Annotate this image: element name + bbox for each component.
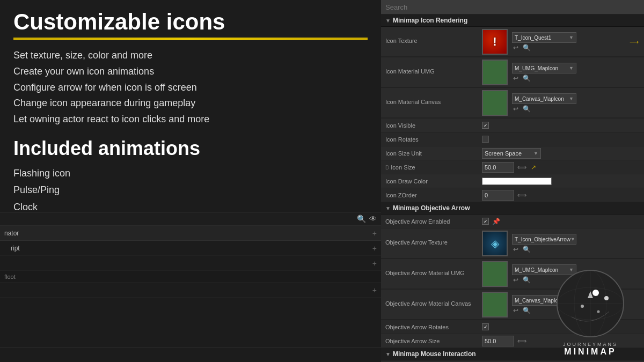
right-panel-wrapper: ▼ Minimap Icon Rendering Icon Texture ! … [381, 0, 644, 362]
prop-label-icon-texture: Icon Texture [385, 38, 482, 44]
dropdown-value: M_Canvas_MapIcon [515, 96, 564, 102]
prop-row-icon-size-unit: Icon Size Unit Screen Space ▼ [381, 146, 644, 160]
dropdown-value: Screen Space [485, 150, 522, 157]
dropdown-arrow-icon: ▼ [569, 65, 574, 71]
texture-preview-red[interactable]: ! [482, 29, 508, 55]
prop-value-arrow-material-umg: M_UMG_MapIcon ▼ ↩ 🔍 [482, 261, 640, 287]
dropdown-value: M_UMG_MapIcon [515, 65, 558, 71]
add-icon[interactable]: + [372, 286, 377, 294]
prop-label-icon-visible: Icon Visible [385, 122, 482, 129]
texture-preview-dark-2[interactable] [482, 90, 508, 116]
search-icon[interactable]: 🔍 [522, 75, 532, 82]
prop-label-icon-size-unit: Icon Size Unit [385, 150, 482, 157]
texture-preview-arrow[interactable]: ◈ [482, 231, 508, 256]
checkbox-icon-rotates[interactable] [482, 136, 489, 143]
tree-row[interactable]: + [0, 256, 381, 271]
prop-row-icon-material-umg: Icon Material UMG M_UMG_MapIcon ▼ ↩ 🔍 [381, 57, 644, 88]
arrow-texture-dropdown[interactable]: T_Icon_ObjectiveArrow ▼ [512, 234, 576, 245]
slider-icon[interactable]: ⟺ [516, 191, 528, 199]
prop-row-arrow-enabled: Objective Arrow Enabled ✓ 📌 [381, 215, 644, 228]
feature-list: Set texture, size, color and more Create… [13, 48, 368, 127]
pin-icon[interactable]: 📌 [491, 218, 501, 225]
checkbox-icon-visible[interactable]: ✓ [482, 122, 489, 129]
section-header-icon-rendering[interactable]: ▼ Minimap Icon Rendering [381, 14, 644, 27]
list-item: Configure arrow for when icon is off scr… [13, 80, 368, 96]
dropdown-arrow-icon: ▼ [569, 96, 574, 101]
prop-value-icon-size: 50.0 ⟺ ↗ [482, 162, 640, 173]
prop-label-arrow-material-umg: Objective Arrow Material UMG [385, 270, 482, 276]
main-title: Customizable icons [13, 10, 368, 34]
texture-dropdown[interactable]: T_Icon_Quest1 ▼ [512, 32, 576, 43]
reset-icon[interactable]: ↩ [512, 246, 519, 253]
arrow-size-input[interactable]: 50.0 [482, 336, 514, 346]
dropdown-arrow-icon: ▼ [569, 35, 574, 40]
search-input[interactable] [385, 3, 640, 11]
prop-value-icon-visible: ✓ [482, 122, 640, 129]
section-header-mouse-interaction[interactable]: ▼ Minimap Mouse Interaction [381, 348, 644, 360]
reset-icon[interactable]: ↩ [512, 44, 519, 51]
reset-icon[interactable]: ↩ [512, 105, 519, 113]
add-icon[interactable]: + [372, 244, 377, 253]
collapse-arrow-icon: ▼ [385, 205, 391, 211]
list-item: Let owning actor react to icon clicks an… [13, 112, 368, 128]
prop-row-icon-size: D Icon Size 50.0 ⟺ ↗ [381, 160, 644, 174]
list-item: Change icon appearance during gameplay [13, 95, 368, 112]
reset-icon[interactable]: ↩ [512, 75, 519, 82]
slider-icon[interactable]: ⟺ [516, 337, 528, 345]
prop-row-arrow-size: Objective Arrow Size 50.0 ⟺ [381, 334, 644, 348]
icon-size-input[interactable]: 50.0 [482, 162, 514, 173]
reset-icon[interactable]: ↩ [512, 307, 519, 314]
icon-size-unit-dropdown[interactable]: Screen Space ▼ [482, 148, 541, 159]
tree-row[interactable]: nator + [0, 226, 381, 241]
eye-icon[interactable]: 👁 [369, 215, 377, 223]
prop-value-icon-draw-color [482, 178, 640, 185]
checkbox-arrow-rotates[interactable]: ✓ [482, 323, 489, 330]
arrow-material-umg-dropdown[interactable]: M_UMG_MapIcon ▼ [512, 264, 576, 275]
search-icon[interactable]: 🔍 [522, 307, 532, 314]
section-title: Minimap Mouse Interaction [393, 350, 476, 358]
texture-preview-dark-4[interactable] [482, 292, 508, 317]
search-icon[interactable]: 🔍 [522, 276, 532, 284]
material-umg-dropdown[interactable]: M_UMG_MapIcon ▼ [512, 63, 576, 73]
prop-label-arrow-texture: Objective Arrow Texture [385, 239, 482, 246]
slider-icon[interactable]: ⟺ [516, 164, 528, 171]
prop-row-arrow-rotates: Objective Arrow Rotates ✓ [381, 320, 644, 334]
prop-label-arrow-size: Objective Arrow Size [385, 338, 482, 344]
search-icon[interactable]: 🔍 [522, 246, 532, 253]
arrow-icon: ◈ [491, 237, 499, 250]
right-panel: ▼ Minimap Icon Rendering Icon Texture ! … [381, 0, 644, 362]
prop-label-icon-zorder: Icon ZOrder [385, 192, 482, 198]
tree-row[interactable]: ript + [0, 241, 381, 256]
link-icon[interactable]: ⟶ [628, 38, 640, 46]
color-picker-bar[interactable] [482, 178, 552, 185]
collapse-arrow-icon: ▼ [385, 351, 391, 357]
tree-row[interactable]: + [0, 283, 381, 298]
texture-preview-dark[interactable] [482, 60, 508, 85]
arrow-material-canvas-dropdown[interactable]: M_Canvas_MapIcon ▼ [512, 295, 576, 306]
prop-row-icon-material-canvas: Icon Material Canvas M_Canvas_MapIcon ▼ … [381, 88, 644, 119]
search-icon[interactable]: 🔍 [522, 44, 532, 51]
section-title: Minimap Icon Rendering [393, 17, 467, 24]
search-icon[interactable]: 🔍 [357, 215, 366, 223]
prop-label-arrow-enabled: Objective Arrow Enabled [385, 218, 482, 225]
material-canvas-dropdown[interactable]: M_Canvas_MapIcon ▼ [512, 93, 576, 104]
gold-bar [13, 38, 368, 40]
add-icon[interactable]: + [372, 259, 377, 268]
dropdown-value: M_UMG_MapIcon [515, 267, 558, 273]
dropdown-value: T_Icon_ObjectiveArrow [515, 237, 570, 242]
checkbox-arrow-enabled[interactable]: ✓ [482, 218, 489, 225]
section-header-objective-arrow[interactable]: ▼ Minimap Objective Arrow [381, 202, 644, 215]
search-icon[interactable]: 🔍 [522, 105, 532, 113]
icon-zorder-input[interactable]: 0 [482, 190, 514, 201]
reset-icon[interactable]: ↗ [530, 164, 537, 171]
add-icon[interactable]: + [372, 229, 377, 238]
texture-preview-dark-3[interactable] [482, 261, 508, 287]
prop-label-icon-size: D Icon Size [385, 164, 482, 171]
prop-row-icon-rotates: Icon Rotates [381, 132, 644, 146]
left-content-top: Customizable icons Set texture, size, co… [0, 0, 381, 216]
reset-icon[interactable]: ↩ [512, 276, 519, 284]
dropdown-value: T_Icon_Quest1 [515, 35, 551, 41]
exclamation-icon: ! [493, 35, 496, 49]
prop-row-icon-texture: Icon Texture ! T_Icon_Quest1 ▼ ↩ [381, 27, 644, 57]
prop-value-arrow-texture: ◈ T_Icon_ObjectiveArrow ▼ ↩ 🔍 [482, 231, 640, 256]
